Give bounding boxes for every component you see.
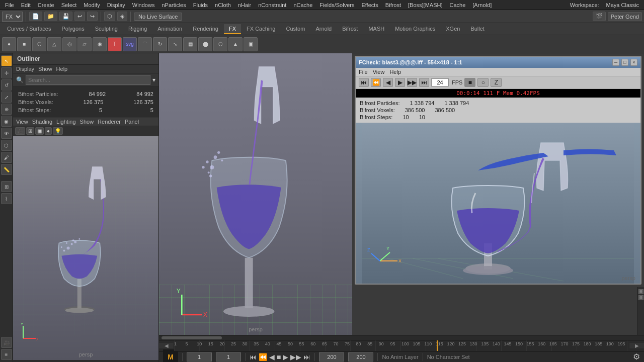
shelf-icon-5[interactable]: ◎: [62, 37, 76, 51]
tab-rigging[interactable]: Rigging: [123, 24, 152, 34]
tool-rotate[interactable]: ↺: [1, 79, 12, 90]
fc-fwd-btn[interactable]: ▶▶: [407, 78, 417, 87]
fc-play-btn[interactable]: ▶: [395, 78, 405, 87]
range-end-input[interactable]: [348, 352, 373, 361]
fcheck-menu-help[interactable]: Help: [389, 69, 401, 75]
tool-paint[interactable]: 🖌: [1, 152, 12, 163]
tab-arnold[interactable]: Arnold: [310, 24, 337, 34]
menu-fields-solvers[interactable]: Fields/Solvers: [316, 2, 357, 9]
render-btn[interactable]: 🎬: [593, 12, 606, 21]
shelf-icon-9[interactable]: svg: [123, 37, 137, 51]
tool-lasso[interactable]: ⬡: [1, 140, 12, 151]
outliner-menu-show[interactable]: Show: [38, 66, 52, 72]
play-back-btn[interactable]: ⏪: [259, 353, 267, 361]
outliner-menu-display[interactable]: Display: [16, 66, 34, 72]
menu-fluids[interactable]: Fluids: [190, 2, 211, 9]
vp-show-btn[interactable]: Show: [80, 119, 94, 125]
menu-display[interactable]: Display: [104, 2, 128, 9]
fc-prev-btn[interactable]: ⏪: [371, 78, 381, 87]
fcheck-menu-view[interactable]: View: [373, 69, 385, 75]
tool-show-hide[interactable]: 👁: [1, 128, 12, 139]
vp-view-btn[interactable]: View: [16, 119, 28, 125]
fc-mode-btn-3[interactable]: Z: [491, 78, 502, 87]
range-start-input[interactable]: [319, 352, 344, 361]
fcheck-close-btn[interactable]: ×: [630, 59, 637, 66]
menu-cache[interactable]: Cache: [447, 2, 469, 9]
fcheck-menu-file[interactable]: File: [359, 69, 368, 75]
play-end-btn[interactable]: ⏭: [303, 353, 310, 361]
outliner-menu-help[interactable]: Help: [56, 66, 68, 72]
undo-btn[interactable]: ↩: [74, 12, 85, 21]
vp-wire-btn[interactable]: ▣: [35, 127, 44, 135]
tool-universal[interactable]: ⊕: [1, 104, 12, 115]
tab-fx-caching[interactable]: FX Caching: [242, 24, 280, 34]
tab-sculpting[interactable]: Sculpting: [90, 24, 123, 34]
frame-display-input[interactable]: [216, 352, 241, 361]
tab-mash[interactable]: MASH: [363, 24, 389, 34]
shelf-icon-15[interactable]: ⬡: [213, 37, 227, 51]
menu-workspace-value[interactable]: Maya Classic: [603, 2, 642, 9]
tab-motion-graphics[interactable]: Motion Graphics: [390, 24, 440, 34]
shelf-icon-11[interactable]: ↻: [153, 37, 167, 51]
menu-boss-mash[interactable]: [Boss][MASH]: [405, 2, 445, 9]
vp-light-btn[interactable]: 💡: [53, 127, 63, 135]
tool-render[interactable]: 🎥: [1, 337, 12, 348]
fc-skip-start-btn[interactable]: ⏮: [359, 78, 369, 87]
tool-move[interactable]: ✛: [1, 67, 12, 78]
shelf-icon-2[interactable]: ■: [17, 37, 31, 51]
main-3d-viewport[interactable]: X Y persp: [159, 53, 352, 335]
stop-btn[interactable]: ■: [277, 353, 281, 361]
shelf-icon-13[interactable]: ▦: [183, 37, 197, 51]
left-viewport-content[interactable]: X Y persp: [13, 136, 158, 360]
step-back-btn[interactable]: ◀: [269, 353, 275, 361]
tab-curves-surfaces[interactable]: Curves / Surfaces: [2, 24, 56, 34]
shelf-icon-4[interactable]: △: [47, 37, 61, 51]
tool-select[interactable]: ↖: [1, 55, 12, 66]
step-fwd-btn[interactable]: ▶▶: [290, 353, 301, 361]
fc-mode-btn-1[interactable]: ■: [464, 78, 475, 87]
tab-animation[interactable]: Animation: [152, 24, 187, 34]
vp-lighting-btn[interactable]: Lighting: [56, 119, 76, 125]
menu-effects[interactable]: Effects: [358, 2, 381, 9]
h-scrollbar-thumb[interactable]: [162, 336, 222, 339]
menu-nconstraint[interactable]: nConstraint: [255, 2, 289, 9]
vp-panel-btn[interactable]: Panel: [125, 119, 139, 125]
menu-edit[interactable]: Edit: [18, 2, 34, 9]
shelf-icon-10[interactable]: ⌒: [138, 37, 152, 51]
fcheck-maximize-btn[interactable]: □: [621, 59, 628, 66]
play-start-btn[interactable]: ⏮: [250, 353, 257, 361]
shelf-icon-1[interactable]: ●: [2, 37, 16, 51]
fc-fps-input[interactable]: [431, 78, 449, 86]
menu-ncloth[interactable]: nCloth: [212, 2, 234, 9]
tool-attr[interactable]: ≡: [1, 349, 12, 360]
tab-bullet[interactable]: Bullet: [465, 24, 490, 34]
tab-xgen[interactable]: XGen: [441, 24, 465, 34]
frame-current-input[interactable]: [187, 352, 212, 361]
select-btn[interactable]: ⬡: [104, 12, 115, 21]
menu-nhair[interactable]: nHair: [235, 2, 254, 9]
shelf-icon-17[interactable]: ▣: [244, 37, 258, 51]
open-btn[interactable]: 📁: [44, 12, 57, 21]
h-scrollbar[interactable]: [159, 335, 644, 340]
shelf-icon-6[interactable]: ▱: [77, 37, 92, 51]
tab-bifrost[interactable]: Bifrost: [337, 24, 363, 34]
fcheck-inner-viewport[interactable]: X Y Z persp: [356, 123, 640, 284]
shelf-icon-12[interactable]: ⤡: [168, 37, 182, 51]
fc-back-btn[interactable]: ◀: [383, 78, 393, 87]
fcheck-minimize-btn[interactable]: ─: [612, 59, 619, 66]
save-btn[interactable]: 💾: [59, 12, 72, 21]
no-live-surface[interactable]: No Live Surface: [134, 13, 182, 21]
tab-polygons[interactable]: Polygons: [56, 24, 89, 34]
chevron-down-icon[interactable]: ▾: [152, 76, 155, 83]
menu-select[interactable]: Select: [58, 2, 80, 9]
shelf-icon-7[interactable]: ◉: [93, 37, 107, 51]
menu-arnold[interactable]: [Arnold]: [469, 2, 495, 9]
shelf-icon-8[interactable]: T: [108, 37, 122, 51]
outliner-search-input[interactable]: [26, 75, 150, 85]
rs-btn-1[interactable]: ⊞: [638, 289, 643, 294]
play-fwd-btn[interactable]: ▶: [283, 353, 288, 361]
tool-snap-curve[interactable]: ⌇: [1, 193, 12, 204]
settings-btn[interactable]: ⚙: [633, 352, 640, 361]
vp-grid-btn[interactable]: ⊞: [26, 127, 34, 135]
vp-renderer-btn[interactable]: Renderer: [98, 119, 121, 125]
